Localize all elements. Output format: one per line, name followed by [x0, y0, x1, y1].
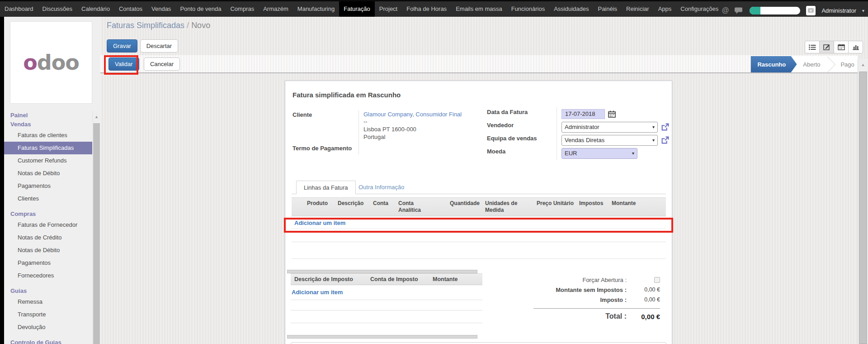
status-step-rascunho[interactable]: Rascunho	[751, 56, 797, 72]
chat-bubble-icon[interactable]	[735, 7, 744, 14]
nav-item-configuracoes[interactable]: Configurações	[676, 1, 723, 17]
sidebar-item-customer-refunds[interactable]: Customer Refunds	[4, 154, 92, 167]
list-icon	[809, 44, 816, 50]
sidebar-item-clientes[interactable]: Clientes	[4, 192, 92, 205]
nav-item-folha-de-horas[interactable]: Folha de Horas	[402, 1, 451, 17]
col-impostos: Impostos	[576, 198, 609, 209]
sidebar-section-guias[interactable]: Guias	[4, 287, 92, 296]
form-edit-icon	[823, 44, 830, 50]
nav-item-armazem[interactable]: Armazém	[259, 1, 293, 17]
company-name-redacted	[750, 7, 800, 14]
select-caret-icon: ▾	[649, 138, 655, 143]
nav-item-assiduidades[interactable]: Assiduidades	[549, 1, 593, 17]
tax-value: 0,00 €	[627, 296, 660, 303]
main-scrollbar-thumb[interactable]	[859, 72, 867, 344]
vendedor-external-link-icon[interactable]	[661, 123, 669, 131]
scroll-up-icon[interactable]: ▲	[93, 111, 100, 123]
lines-add-item-link[interactable]: Adicionar um item	[292, 220, 345, 226]
validate-button[interactable]: Validar	[108, 57, 139, 71]
calendar-picker-icon[interactable]	[608, 110, 616, 118]
nav-item-funcionarios[interactable]: Funcionários	[507, 1, 549, 17]
discard-button[interactable]: Descartar	[140, 39, 178, 53]
sidebar-item-notas-de-credito[interactable]: Notas de Crédito	[4, 231, 92, 244]
termo-pagamento-label: Termo de Pagamento	[292, 143, 359, 154]
cliente-link[interactable]: Glamour Company, Consumidor Final	[363, 111, 482, 118]
breadcrumb: Faturas Simplificadas / Novo	[107, 21, 210, 30]
termo-pagamento-field[interactable]	[359, 143, 482, 154]
tab-outra-informacao[interactable]: Outra Informação	[359, 181, 404, 194]
nav-item-emails-em-massa[interactable]: Emails em massa	[451, 1, 507, 17]
terms-notes-box[interactable]	[291, 342, 666, 344]
sidebar-section-painel[interactable]: Painel	[4, 111, 92, 120]
avatar[interactable]	[806, 6, 816, 15]
col-produto: Produto	[304, 198, 335, 209]
sidebar-item-faturas-de-fornecedor[interactable]: Faturas de Fornecedor	[4, 219, 92, 231]
sidebar-item-notas-de-debito-compras[interactable]: Notas de Débito	[4, 244, 92, 257]
sidebar-menu: Painel Vendas Faturas de clientes Fatura…	[4, 111, 92, 344]
force-open-checkbox[interactable]	[654, 277, 660, 283]
moeda-select[interactable]: EUR ▾	[561, 148, 637, 159]
breadcrumb-parent-link[interactable]: Faturas Simplificadas	[107, 21, 184, 30]
nav-item-vendas[interactable]: Vendas	[147, 1, 175, 17]
nav-item-project[interactable]: Project	[375, 1, 402, 17]
nav-item-paineis[interactable]: Painéis	[593, 1, 622, 17]
sidebar-section-vendas[interactable]: Vendas	[4, 120, 92, 129]
form-view-button[interactable]	[819, 41, 834, 53]
col-unidades-de-medida: Unidades de Medida	[482, 198, 531, 216]
tax-table-scrollbar-top[interactable]	[287, 270, 477, 273]
mentions-at-icon[interactable]: @	[722, 6, 729, 14]
calendar-view-button[interactable]	[834, 41, 849, 53]
sidebar-item-remessa[interactable]: Remessa	[4, 296, 92, 308]
nav-item-faturacao[interactable]: Faturação	[339, 1, 375, 17]
scroll-up-icon[interactable]: ▲	[858, 59, 868, 71]
chevron-down-icon[interactable]: ▾	[862, 8, 864, 13]
tax-table-scrollbar-bottom[interactable]	[287, 335, 477, 339]
sidebar-edge-strip	[0, 17, 4, 344]
nav-item-contatos[interactable]: Contatos	[114, 1, 147, 17]
sidebar-scrollbar-thumb[interactable]	[93, 123, 100, 344]
company-logo: odoo	[10, 21, 92, 104]
col-preco-unitario: Preço Unitário	[531, 198, 576, 209]
graph-view-button[interactable]	[848, 41, 863, 53]
sidebar-item-fornecedores[interactable]: Fornecedores	[4, 269, 92, 282]
sidebar-item-devolucao[interactable]: Devolução	[4, 321, 92, 334]
nav-item-reiniciar[interactable]: Reiniciar	[622, 1, 654, 17]
lines-add-item-row[interactable]: Adicionar um item	[292, 216, 666, 229]
sidebar-item-transporte[interactable]: Transporte	[4, 308, 92, 321]
main-scrollbar[interactable]: ▲	[858, 59, 868, 344]
sidebar-scrollbar[interactable]: ▲	[92, 111, 100, 344]
moeda-value: EUR	[565, 150, 577, 157]
calendar-view-icon	[838, 44, 845, 50]
cancel-button[interactable]: Cancelar	[144, 57, 180, 71]
nav-item-dashboard[interactable]: Dashboard	[0, 1, 38, 17]
sidebar-item-faturas-simplificadas[interactable]: Faturas Simplificadas	[4, 142, 92, 154]
list-view-button[interactable]	[805, 41, 820, 53]
sidebar-item-notas-de-debito-vendas[interactable]: Notas de Débito	[4, 167, 92, 180]
data-fatura-input[interactable]	[561, 109, 605, 119]
sidebar-item-faturas-de-clientes[interactable]: Faturas de clientes	[4, 129, 92, 142]
equipa-vendas-value: Vendas Diretas	[565, 137, 604, 143]
lines-table-header: Produto Descrição Conta Conta Analítica …	[292, 197, 666, 216]
equipa-vendas-select[interactable]: Vendas Diretas ▾	[561, 135, 658, 146]
nav-item-calendario[interactable]: Calendário	[77, 1, 114, 17]
save-button[interactable]: Gravar	[107, 39, 137, 53]
nav-right-zone: @ Administrator ▾	[722, 3, 864, 18]
nav-item-compras[interactable]: Compras	[226, 1, 259, 17]
tax-add-item-row[interactable]: Adicionar um item	[291, 285, 482, 300]
equipa-external-link-icon[interactable]	[661, 136, 669, 144]
nav-item-apps[interactable]: Apps	[654, 1, 676, 17]
tax-add-item-link[interactable]: Adicionar um item	[291, 289, 343, 296]
odoo-logo: odoo	[23, 50, 79, 75]
sidebar-section-compras[interactable]: Compras	[4, 210, 92, 219]
cliente-label: Cliente	[292, 110, 359, 143]
nav-item-manufacturing[interactable]: Manufacturing	[293, 1, 339, 17]
vendedor-select[interactable]: Administrator ▾	[561, 122, 658, 133]
nav-item-ponto-de-venda[interactable]: Ponto de venda	[175, 1, 226, 17]
sidebar-item-pagamentos-compras[interactable]: Pagamentos	[4, 257, 92, 269]
sidebar-section-controlo-de-guias[interactable]: Controlo de Guias	[4, 338, 92, 344]
user-menu[interactable]: Administrator	[821, 7, 856, 14]
status-step-pago[interactable]: Pago	[837, 56, 858, 72]
tab-linhas-da-fatura[interactable]: Linhas da Fatura	[296, 181, 356, 194]
sidebar-item-pagamentos-vendas[interactable]: Pagamentos	[4, 180, 92, 192]
nav-item-discussoes[interactable]: Discussões	[38, 1, 77, 17]
